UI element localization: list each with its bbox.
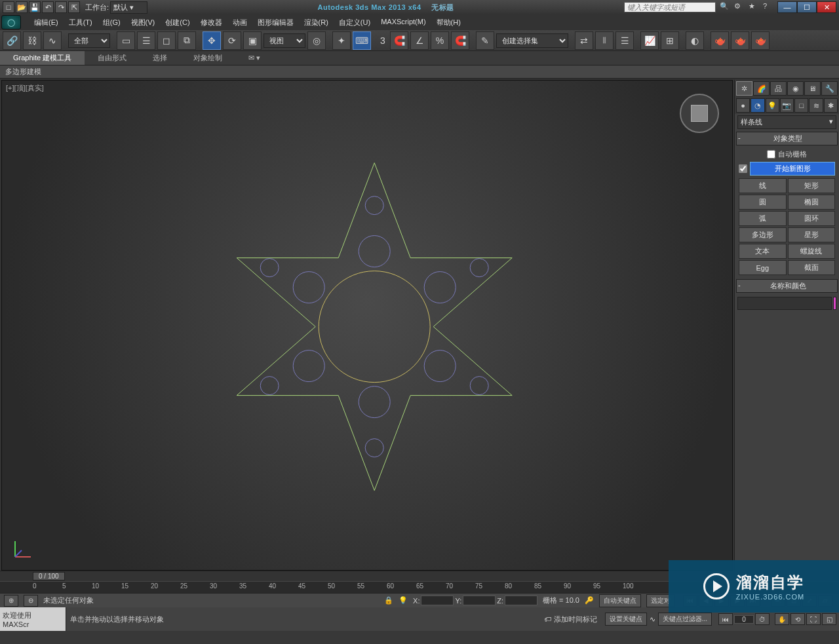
menu-rendering[interactable]: 渲染(R) [299, 16, 334, 29]
text-button[interactable]: 文本 [739, 244, 787, 259]
keyboard-shortcut-icon[interactable]: ⌨ [353, 31, 371, 50]
viewcube[interactable] [680, 94, 719, 133]
manip-icon[interactable]: ✦ [332, 31, 351, 50]
systems-cat-icon[interactable]: ✱ [824, 98, 838, 113]
binoculars-icon[interactable]: 🔍 [720, 2, 730, 12]
undo-icon[interactable]: ↶ [42, 1, 54, 13]
add-timemark-label[interactable]: 添加时间标记 [554, 615, 597, 624]
key-tag-icon[interactable]: 🔑 [585, 596, 594, 605]
bind-tool-icon[interactable]: ∿ [43, 31, 62, 50]
ribbon-panel-polymodel[interactable]: 多边形建模 [0, 66, 839, 79]
isolate-icon[interactable]: 💡 [399, 596, 408, 605]
key-filters-icon[interactable]: ∿ [650, 615, 655, 624]
key-filters-button[interactable]: 关键点过滤器... [658, 613, 712, 626]
current-frame-input[interactable] [734, 615, 754, 624]
utilities-tab-icon[interactable]: 🔧 [821, 81, 838, 96]
edit-named-sel-icon[interactable]: ✎ [476, 31, 494, 50]
helix-button[interactable]: 螺旋线 [788, 244, 836, 259]
geometry-cat-icon[interactable]: ● [736, 98, 750, 113]
unlink-tool-icon[interactable]: ⛓ [23, 31, 41, 50]
ngon-button[interactable]: 多边形 [739, 227, 787, 242]
rotate-tool-icon[interactable]: ⟳ [223, 31, 241, 50]
render-frame-icon[interactable]: 🫖 [731, 31, 749, 50]
cameras-cat-icon[interactable]: 📷 [780, 98, 794, 113]
scale-tool-icon[interactable]: ▣ [243, 31, 262, 50]
percent-snap-icon[interactable]: % [431, 31, 449, 50]
select-region-icon[interactable]: ◻ [157, 31, 176, 50]
menu-maxscript[interactable]: MAXScript(M) [376, 16, 431, 29]
layers-icon[interactable]: ☰ [615, 31, 634, 50]
object-color-swatch[interactable] [833, 297, 836, 310]
menu-edit[interactable]: 编辑(E) [29, 16, 64, 29]
star-button[interactable]: 星形 [788, 227, 836, 242]
schematic-icon[interactable]: ⊞ [661, 31, 679, 50]
curve-editor-icon[interactable]: 📈 [640, 31, 659, 50]
set-key-icon[interactable]: ⊕ [4, 595, 18, 607]
motion-tab-icon[interactable]: ◉ [787, 81, 804, 96]
window-crossing-icon[interactable]: ⧉ [178, 31, 196, 50]
menu-views[interactable]: 视图(V) [126, 16, 161, 29]
time-slider[interactable]: 0 / 100 [33, 572, 65, 580]
help-icon[interactable]: ? [763, 2, 773, 12]
selection-filter-select[interactable]: 全部 [68, 33, 110, 48]
x-input[interactable] [421, 596, 454, 605]
maximize-button[interactable]: ☐ [797, 1, 817, 13]
mirror-icon[interactable]: ⇄ [575, 31, 593, 50]
maxscript-mini-listener[interactable]: 欢迎使用 MAXScr [0, 607, 66, 631]
newshape-checkbox[interactable] [739, 164, 747, 173]
ribbon-tab-graphite[interactable]: Graphite 建模工具 [0, 51, 85, 65]
autogrid-checkbox[interactable] [767, 150, 775, 159]
pan-icon[interactable]: ✋ [775, 613, 789, 625]
workspace-select[interactable]: 默认 ▾ [110, 1, 147, 14]
open-icon[interactable]: 📂 [16, 1, 28, 13]
select-name-icon[interactable]: ☰ [137, 31, 155, 50]
menu-animation[interactable]: 动画 [227, 16, 252, 29]
help-search-input[interactable] [624, 2, 716, 12]
link-tool-icon[interactable]: 🔗 [3, 31, 21, 50]
menu-group[interactable]: 组(G) [98, 16, 126, 29]
line-button[interactable]: 线 [739, 178, 787, 193]
close-button[interactable]: ✕ [817, 1, 836, 13]
new-icon[interactable]: □ [3, 1, 14, 13]
comm-icon[interactable]: ⚙ [734, 2, 745, 12]
egg-button[interactable]: Egg [739, 260, 787, 275]
key-mode-icon[interactable]: ⊖ [24, 595, 38, 607]
timetag-icon[interactable]: 🏷 [544, 615, 551, 623]
app-menu-button[interactable]: ◯ [1, 15, 21, 29]
z-input[interactable] [505, 596, 537, 605]
menu-tools[interactable]: 工具(T) [64, 16, 98, 29]
shapes-cat-icon[interactable]: ◔ [751, 98, 764, 113]
align-icon[interactable]: ⫴ [595, 31, 614, 50]
object-name-input[interactable] [737, 297, 832, 310]
viewport-label[interactable]: [+][顶][真实] [6, 83, 44, 93]
menu-help[interactable]: 帮助(H) [431, 16, 466, 29]
lights-cat-icon[interactable]: 💡 [766, 98, 779, 113]
setkey-button[interactable]: 设置关键点 [605, 613, 647, 626]
create-tab-icon[interactable]: ✲ [736, 81, 752, 96]
render-setup-icon[interactable]: 🫖 [711, 31, 729, 50]
y-input[interactable] [463, 596, 496, 605]
section-button[interactable]: 截面 [788, 260, 836, 275]
category-dropdown[interactable]: 样条线▾ [737, 115, 836, 129]
minimize-button[interactable]: — [777, 1, 797, 13]
maximize-vp-icon[interactable]: ⛶ [806, 613, 821, 625]
link-icon[interactable]: ⇱ [68, 1, 80, 13]
menu-grapheditors[interactable]: 图形编辑器 [252, 16, 299, 29]
spacewarps-cat-icon[interactable]: ≋ [809, 98, 823, 113]
rollout-name-color[interactable]: -名称和颜色 [736, 279, 838, 293]
ribbon-expand-icon[interactable]: ✉ ▾ [235, 52, 273, 64]
move-tool-icon[interactable]: ✥ [203, 31, 221, 50]
menu-modifiers[interactable]: 修改器 [195, 16, 227, 29]
angle-snap-icon[interactable]: ∠ [410, 31, 429, 50]
circle-button[interactable]: 圆 [739, 195, 787, 210]
menu-create[interactable]: 创建(C) [160, 16, 195, 29]
frame-input-icon[interactable]: ⏮ [718, 613, 733, 625]
helpers-cat-icon[interactable]: □ [794, 98, 808, 113]
lock-icon[interactable]: 🔒 [384, 596, 393, 605]
hierarchy-tab-icon[interactable]: 品 [770, 81, 787, 96]
named-sel-select[interactable]: 创建选择集 [496, 33, 568, 48]
viewport[interactable]: [+][顶][真实] [1, 80, 733, 571]
min-max-icon[interactable]: ◱ [822, 613, 836, 625]
star-icon[interactable]: ★ [749, 2, 759, 12]
snap-toggle-icon[interactable]: 🧲 [390, 31, 408, 50]
